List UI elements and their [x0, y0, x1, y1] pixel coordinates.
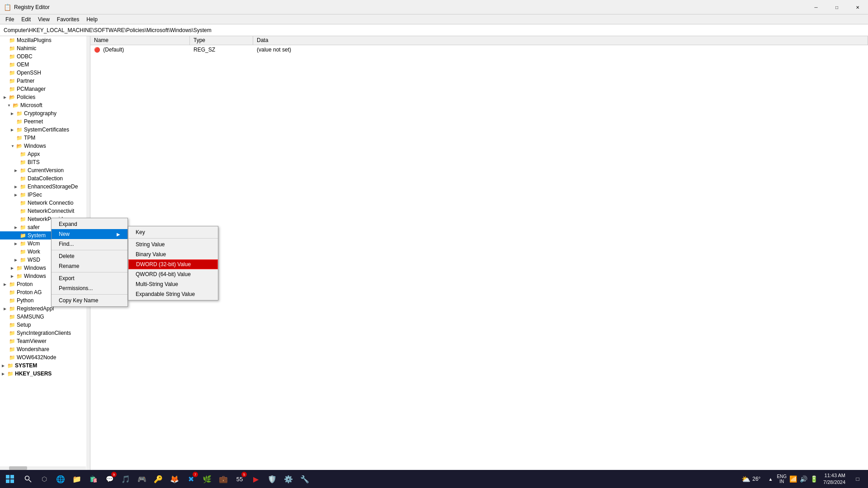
tree-item-systemcerts[interactable]: ▶ 📁 SystemCertificates: [0, 126, 90, 134]
folder-icon: 📁: [9, 322, 15, 328]
submenu-string-value[interactable]: String Value: [128, 239, 218, 249]
submenu-multistring-value[interactable]: Multi-String Value: [128, 279, 218, 289]
tree-item-networkconn[interactable]: 📁 Network Connectio: [0, 199, 90, 207]
tree-item-windows[interactable]: ▼ 📂 Windows: [0, 142, 90, 150]
store-button[interactable]: 🛍️: [85, 470, 101, 488]
ctx-rename[interactable]: Rename: [52, 261, 127, 271]
app-icon-settings[interactable]: ⚙️: [280, 470, 297, 488]
speaker-icon[interactable]: 🔊: [800, 475, 807, 483]
tree-item-setup[interactable]: 📁 Setup: [0, 321, 90, 329]
tree-item-wondershare[interactable]: 📁 Wondershare: [0, 345, 90, 353]
tree-item-odbc[interactable]: 📁 ODBC: [0, 52, 90, 61]
search-button[interactable]: [20, 470, 36, 488]
app-icon-slack[interactable]: 💼: [215, 470, 231, 488]
tree-item-mozillaplugins[interactable]: 📁 MozillaPlugins: [0, 36, 90, 44]
tree-item-partner[interactable]: 📁 Partner: [0, 77, 90, 85]
taskview-button[interactable]: ⬡: [36, 470, 52, 488]
tree-item-policies[interactable]: ▶ 📂 Policies: [0, 93, 90, 101]
battery-icon[interactable]: 🔋: [810, 475, 818, 483]
ctx-new[interactable]: New ▶: [52, 229, 127, 239]
app-icon-twitter[interactable]: ✖ 7: [183, 470, 199, 488]
tree-item-cryptography[interactable]: ▶ 📁 Cryptography: [0, 109, 90, 117]
tree-item-teamviewer[interactable]: 📁 TeamViewer: [0, 337, 90, 345]
menu-edit[interactable]: Edit: [18, 15, 34, 23]
app-icon-browser[interactable]: 🦊: [166, 470, 183, 488]
maximize-button[interactable]: □: [826, 0, 847, 14]
folder-icon: 📁: [20, 241, 26, 247]
weather-widget[interactable]: ⛅ 26°: [738, 475, 764, 483]
svg-rect-3: [10, 479, 14, 483]
tree-item-wow6432node[interactable]: 📁 WOW6432Node: [0, 353, 90, 361]
tree-item-samsung[interactable]: 📁 SAMSUNG: [0, 313, 90, 321]
app-icon-1[interactable]: 💬 9: [101, 470, 118, 488]
tree-arrow: ▼: [11, 144, 16, 148]
app-icon-games[interactable]: 🎮: [134, 470, 150, 488]
close-button[interactable]: ✕: [847, 0, 868, 14]
tree-item-nahimic[interactable]: 📁 Nahimic: [0, 44, 90, 52]
ctx-separator-2: [52, 272, 127, 272]
tree-item-networkconnectivit[interactable]: 📁 NetworkConnectivit: [0, 207, 90, 215]
clock[interactable]: 11:43 AM 7/28/2024: [820, 472, 849, 486]
edge-button[interactable]: 🌐: [52, 470, 69, 488]
tree-item-oem[interactable]: 📁 OEM: [0, 61, 90, 69]
app-icon-antivirus[interactable]: 🛡️: [264, 470, 280, 488]
tree-item-enhancedstorage[interactable]: ▶ 📁 EnhancedStorageDe: [0, 183, 90, 191]
app-icon-music[interactable]: 🎵: [118, 470, 134, 488]
tree-item-datacollection[interactable]: 📁 DataCollection: [0, 174, 90, 183]
tree-arrow: ▶: [4, 95, 9, 99]
start-button[interactable]: [0, 470, 20, 488]
row-type: REG_SZ: [192, 47, 255, 53]
tree-item-appx[interactable]: 📁 Appx: [0, 150, 90, 158]
table-row[interactable]: 🔴 (Default) REG_SZ (value not set): [90, 45, 868, 54]
wifi-icon[interactable]: 📶: [789, 475, 797, 483]
show-hidden-icons[interactable]: ▲: [766, 470, 775, 488]
tree-item-bits[interactable]: 📁 BITS: [0, 158, 90, 166]
explorer-button[interactable]: 📁: [69, 470, 85, 488]
tree-item-syncintegration[interactable]: 📁 SyncIntegrationClients: [0, 329, 90, 337]
menu-help[interactable]: Help: [83, 15, 101, 23]
submenu-binary-value[interactable]: Binary Value: [128, 249, 218, 259]
submenu-expandable-string-value[interactable]: Expandable String Value: [128, 289, 218, 299]
notification-icon: □: [856, 476, 859, 482]
submenu-key[interactable]: Key: [128, 227, 218, 237]
tree-arrow: ▼: [7, 103, 13, 108]
folder-icon: 📁: [9, 355, 15, 361]
address-bar[interactable]: Computer\HKEY_LOCAL_MACHINE\SOFTWARE\Pol…: [0, 24, 868, 36]
ctx-find[interactable]: Find...: [52, 239, 127, 249]
menu-file[interactable]: File: [2, 15, 18, 23]
tree-item-peernet[interactable]: 📁 Peernet: [0, 117, 90, 126]
app-icon-browser2[interactable]: 🌿: [199, 470, 215, 488]
ctx-copy-key-name[interactable]: Copy Key Name: [52, 296, 127, 305]
ctx-export[interactable]: Export: [52, 273, 127, 283]
app-icon-speed[interactable]: 55 5: [231, 470, 248, 488]
tree-bottom-scrollbar[interactable]: [0, 466, 86, 470]
app-icon-vpn[interactable]: 🔑: [150, 470, 166, 488]
tree-item-microsoft[interactable]: ▼ 📂 Microsoft: [0, 101, 90, 109]
tree-item-tpm[interactable]: 📁 TPM: [0, 134, 90, 142]
app-icon-tool[interactable]: 🔧: [297, 470, 313, 488]
ctx-delete[interactable]: Delete: [52, 251, 127, 261]
notifications-button[interactable]: □: [851, 470, 864, 488]
tree-item-hkey-users[interactable]: ▶ 📁 HKEY_USERS: [0, 370, 90, 378]
tree-item-ipsec[interactable]: ▶ 📁 IPSec: [0, 191, 90, 199]
tree-item-pcmanager[interactable]: 📁 PCManager: [0, 85, 90, 93]
folder-icon: 📁: [9, 290, 15, 296]
ctx-expand[interactable]: Expand: [52, 219, 127, 229]
submenu-qword-value[interactable]: QWORD (64-bit) Value: [128, 269, 218, 279]
edge-icon: 🌐: [56, 475, 65, 483]
col-header-data: Data: [253, 36, 868, 45]
folder-icon: 📁: [20, 216, 26, 222]
tree-item-openssh[interactable]: 📁 OpenSSH: [0, 69, 90, 77]
badge: 9: [111, 472, 117, 477]
tree-arrow: ▶: [11, 274, 16, 278]
tree-bottom-scrollbar-thumb[interactable]: [9, 466, 27, 470]
tree-item-system-root[interactable]: ▶ 📁 SYSTEM: [0, 361, 90, 370]
menu-favorites[interactable]: Favorites: [53, 15, 83, 23]
minimize-button[interactable]: ─: [806, 0, 826, 14]
menu-view[interactable]: View: [34, 15, 53, 23]
app-icon-media[interactable]: ▶: [248, 470, 264, 488]
ctx-permissions[interactable]: Permissions...: [52, 283, 127, 293]
tree-item-currentversion[interactable]: ▶ 📁 CurrentVersion: [0, 166, 90, 174]
svg-rect-1: [10, 475, 14, 479]
submenu-dword-value[interactable]: DWORD (32-bit) Value: [128, 259, 218, 269]
